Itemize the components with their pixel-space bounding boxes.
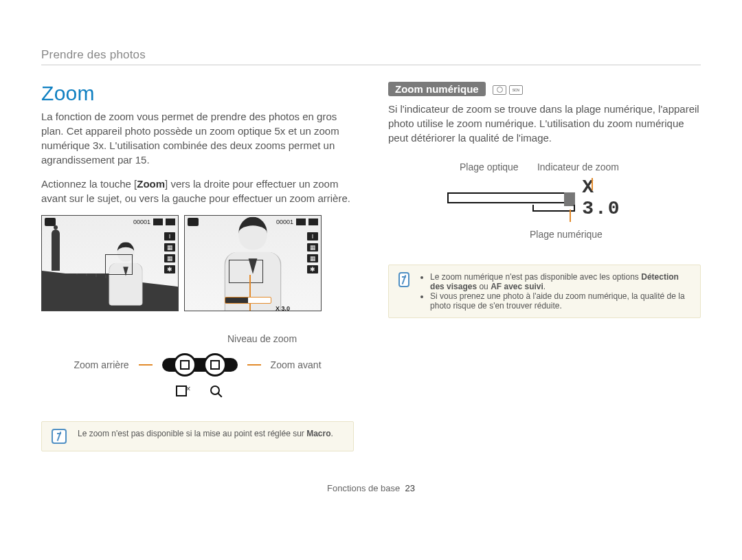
label-plage-optique: Plage optique <box>460 161 519 172</box>
zoom-out-label: Zoom arrière <box>74 359 128 370</box>
nb1-d: AF avec suivi <box>491 282 543 291</box>
right-hud-icons: I▦▦✱ <box>307 232 318 273</box>
page-footer: Fonctions de base 23 <box>41 483 701 493</box>
lcd-screenshot-zoomed: 00001 I▦▦✱ X 3.0 <box>184 215 322 311</box>
zoom-level-bar <box>225 297 271 304</box>
note-text: Le zoom n'est pas disponible si la mise … <box>78 429 306 438</box>
battery-icon <box>308 219 318 225</box>
intro-paragraph-2: Actionnez la touche [Zoom] vers la droit… <box>41 177 354 205</box>
pre-header: Prendre des photos <box>41 48 701 65</box>
mode-icons <box>493 85 523 95</box>
footer-section: Fonctions de base <box>327 483 400 493</box>
nb1-c: ou <box>477 282 491 291</box>
zoom-in-icon <box>210 385 220 395</box>
digital-range-bracket <box>532 205 575 212</box>
nb1-e: . <box>543 282 546 291</box>
p2-zoom-key: Zoom <box>137 178 165 190</box>
zoom-out-icon <box>176 385 187 396</box>
intro-paragraph-1: La fonction de zoom vous permet de prend… <box>41 109 354 167</box>
note-bullet-2: Si vous prenez une photo à l'aide du zoo… <box>430 291 690 311</box>
note-text-end: . <box>330 429 333 438</box>
scn-mode-icon <box>509 85 523 95</box>
callout-line <box>570 210 571 222</box>
camera-mode-icon <box>45 218 56 226</box>
zoom-range-bar <box>447 192 575 203</box>
camera-mode-icon <box>188 218 199 226</box>
camera-mode-p-icon <box>493 85 506 95</box>
digital-zoom-paragraph: Si l'indicateur de zoom se trouve dans l… <box>388 102 701 145</box>
zoom-level-caption: Niveau de zoom <box>170 333 354 344</box>
callout-line <box>592 178 593 190</box>
callout-line <box>249 275 251 311</box>
note-icon <box>398 272 409 287</box>
zoom-range-diagram: Plage optique Indicateur de zoom X 3.0 P… <box>388 161 636 240</box>
right-hud-icons: I▦▦✱ <box>164 232 175 273</box>
subject-far <box>106 242 146 311</box>
note-macro-word: Macro <box>306 429 330 438</box>
note-icon <box>52 429 67 444</box>
af-frame <box>105 254 133 275</box>
section-title-zoom: Zoom <box>41 82 354 105</box>
lcd-screenshot-wide: 00001 I▦▦✱ <box>41 215 179 311</box>
zoom-indicator-block <box>564 192 575 206</box>
zoom-rocker-diagram <box>162 350 238 380</box>
zoom-in-label: Zoom avant <box>271 359 322 370</box>
label-indicateur: Indicateur de zoom <box>537 161 619 172</box>
callout-line <box>247 364 261 366</box>
footer-page-number: 23 <box>405 483 415 493</box>
note-box-macro: Le zoom n'est pas disponible si la mise … <box>41 421 354 451</box>
label-plage-numerique: Plage numérique <box>530 229 636 240</box>
storage-icon <box>153 219 163 225</box>
p2-part-a: Actionnez la touche [ <box>41 178 137 190</box>
zoom-level-value: X 3.0 <box>276 305 290 311</box>
note-bullet-1: Le zoom numérique n'est pas disponible a… <box>430 272 690 291</box>
battery-icon <box>166 219 175 225</box>
zoom-multiplier-value: X 3.0 <box>582 177 636 219</box>
callout-line <box>139 364 153 366</box>
subsection-header-digital-zoom: Zoom numérique <box>388 82 486 96</box>
nb1-a: Le zoom numérique n'est pas disponible a… <box>430 272 641 282</box>
af-frame <box>229 260 263 283</box>
storage-icon <box>296 219 306 225</box>
shot-counter: 00001 <box>133 219 150 225</box>
note-box-digital-zoom: Le zoom numérique n'est pas disponible a… <box>388 265 701 318</box>
